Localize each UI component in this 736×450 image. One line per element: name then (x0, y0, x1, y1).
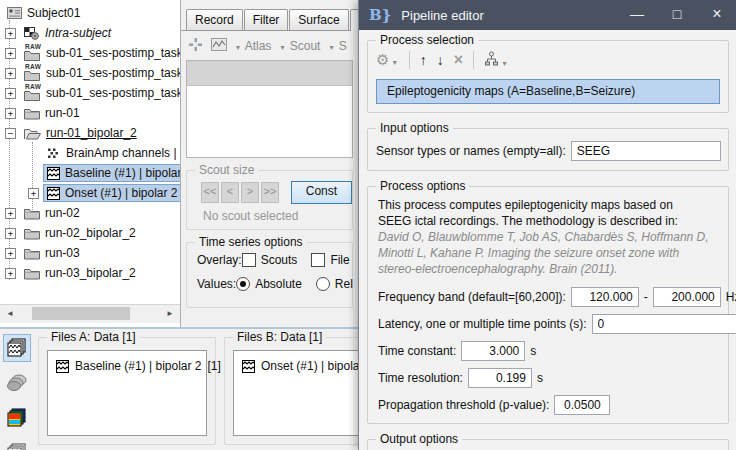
tree-expander-icon[interactable]: + (5, 248, 16, 259)
maximize-icon[interactable]: □ (657, 0, 697, 30)
tree-item: +run-03 (0, 243, 180, 263)
tree-item-content[interactable]: RAWsub-01_ses-postimp_task-s (20, 83, 181, 103)
remove-process-icon[interactable]: × (454, 52, 463, 68)
time-constant-row: Time constant: s (378, 341, 718, 361)
frequency-low-input[interactable] (571, 287, 639, 307)
overlay-files-option[interactable]: File (311, 253, 349, 267)
tree-item-content[interactable]: run-02 (20, 204, 84, 222)
tree-expander-icon[interactable]: − (5, 128, 16, 139)
frequency-high-input[interactable] (653, 287, 721, 307)
tree-item-content[interactable]: BrainAmp channels | bip (43, 144, 181, 162)
tree-item-content[interactable]: Onset (#1) | bipolar 2 (43, 184, 181, 202)
tree-item-label: sub-01_ses-postimp_task-s (46, 46, 181, 60)
tree-expander-icon[interactable]: + (5, 48, 16, 59)
scout-list[interactable] (186, 60, 353, 158)
tab-surface[interactable]: Surface (289, 9, 348, 30)
folder-icon (24, 267, 40, 280)
folder-icon (24, 227, 40, 240)
tree-expander-icon[interactable]: + (5, 28, 16, 39)
absolute-radio[interactable] (236, 277, 250, 291)
tree-expander-icon[interactable]: + (28, 188, 39, 199)
tree-item: +RAWsub-01_ses-postimp_task-s (0, 63, 180, 83)
process-timefreq-icon[interactable] (3, 404, 31, 432)
tree-item: BrainAmp channels | bip (0, 143, 180, 163)
scout-timeseries-icon[interactable] (211, 38, 227, 54)
process-options-group: Process options This process computes ep… (367, 186, 729, 424)
tree-item: +run-02_bipolar_2 (0, 223, 180, 243)
process-sources-icon[interactable] (3, 369, 31, 397)
tree-item-content[interactable]: run-03_bipolar_2 (20, 264, 140, 282)
tab-scout[interactable]: Scout (350, 9, 358, 31)
time-constant-input[interactable] (461, 341, 525, 361)
tree-expander-icon[interactable]: + (5, 68, 16, 79)
overlay-scouts-option[interactable]: Scouts (242, 253, 298, 267)
frequency-band-row: Frequency band (default=[60,200]): - Hz (378, 287, 718, 307)
time-resolution-input[interactable] (468, 368, 532, 388)
scout-panel: RecordFilterSurfaceScout ▾ Atlas ▾ Scout… (181, 0, 358, 327)
sensor-types-input[interactable] (571, 141, 721, 161)
tree-item: Subject01 (0, 3, 180, 23)
raw-folder-icon: RAW (24, 85, 41, 101)
scroll-left-icon[interactable]: ◄ (2, 306, 18, 321)
tree-item: +run-02 (0, 203, 180, 223)
tree-item-content[interactable]: run-01 (20, 104, 84, 122)
process-matrix-icon[interactable] (3, 439, 31, 450)
tree-expander-icon[interactable]: + (5, 208, 16, 219)
grow-more-button[interactable]: >> (261, 182, 279, 203)
pipeline-editor-window: B} Pipeline editor — □ × Process selecti… (358, 0, 736, 450)
group-title: Input options (376, 121, 453, 135)
propagation-threshold-input[interactable] (554, 395, 610, 415)
files-a-list[interactable]: Baseline (#1) | bipolar 2 [1] (47, 350, 207, 436)
tree-item-content[interactable]: Baseline (#1) | bipolar 2 (43, 164, 181, 182)
close-icon[interactable]: × (697, 0, 736, 30)
new-scout-icon[interactable] (189, 38, 202, 54)
folder-icon (24, 107, 40, 120)
tree-expander-icon[interactable]: + (5, 108, 16, 119)
window-titlebar[interactable]: B} Pipeline editor — □ × (359, 0, 736, 30)
tree-item-content[interactable]: run-01_bipolar_2 (20, 124, 141, 142)
move-down-icon[interactable]: ↓ (437, 52, 444, 68)
tree-item-label: sub-01_ses-postimp_task-s (46, 86, 181, 100)
tree-item-content[interactable]: run-02_bipolar_2 (20, 224, 140, 242)
tree-item-content[interactable]: Subject01 (3, 4, 84, 22)
frequency-unit: Hz (726, 290, 736, 304)
shrink-more-button[interactable]: << (201, 182, 219, 203)
move-up-icon[interactable]: ↑ (420, 52, 427, 68)
scout-secondary-dropdown[interactable]: ▾ S (329, 39, 346, 53)
tab-filter[interactable]: Filter (244, 9, 289, 30)
tree-item-content[interactable]: Intra-subject (20, 24, 115, 42)
folder-open-icon (24, 127, 41, 140)
tree-expander-icon[interactable]: + (5, 88, 16, 99)
scroll-right-icon[interactable]: ► (162, 306, 178, 321)
database-tree-panel: Subject01+Intra-subject+RAWsub-01_ses-po… (0, 0, 181, 327)
scrollbar-thumb[interactable] (32, 307, 130, 320)
time-resolution-unit: s (537, 371, 543, 385)
tree-horizontal-scrollbar[interactable]: ◄ ► (0, 304, 180, 323)
values-relative-option[interactable]: Rel (316, 277, 353, 291)
pipeline-menu-dropdown[interactable]: ▾ (484, 51, 508, 69)
selected-process-item[interactable]: Epileptogenicity maps (A=Baseline,B=Seiz… (376, 79, 720, 104)
tree-expander-icon[interactable]: + (5, 228, 16, 239)
grow-button[interactable]: > (241, 182, 259, 203)
values-absolute-option[interactable]: Absolute (236, 277, 302, 291)
tree-item-content[interactable]: RAWsub-01_ses-postimp_task-s (20, 43, 181, 63)
data-icon (47, 187, 60, 200)
files-a-item[interactable]: Baseline (#1) | bipolar 2 [1] (48, 351, 206, 373)
latency-row: Latency, one or multiple time points (s)… (378, 314, 718, 334)
toolbar-separator (409, 51, 410, 69)
scouts-checkbox[interactable] (242, 253, 256, 267)
add-process-dropdown[interactable]: ⚙ ▾ (376, 51, 399, 69)
tab-record[interactable]: Record (186, 9, 243, 30)
tree-expander-icon[interactable]: + (5, 268, 16, 279)
scout-dropdown[interactable]: ▾ Scout (280, 39, 320, 53)
minimize-icon[interactable]: — (617, 0, 657, 30)
shrink-button[interactable]: < (221, 182, 239, 203)
files-checkbox[interactable] (311, 253, 325, 267)
latency-input[interactable] (592, 314, 736, 334)
atlas-dropdown[interactable]: ▾ Atlas (236, 39, 271, 53)
tree-item-content[interactable]: run-03 (20, 244, 84, 262)
process-data-icon[interactable] (3, 334, 31, 362)
tree-item-content[interactable]: RAWsub-01_ses-postimp_task-s (20, 63, 181, 83)
relative-radio[interactable] (316, 277, 330, 291)
constrained-button[interactable]: Const (291, 181, 352, 204)
